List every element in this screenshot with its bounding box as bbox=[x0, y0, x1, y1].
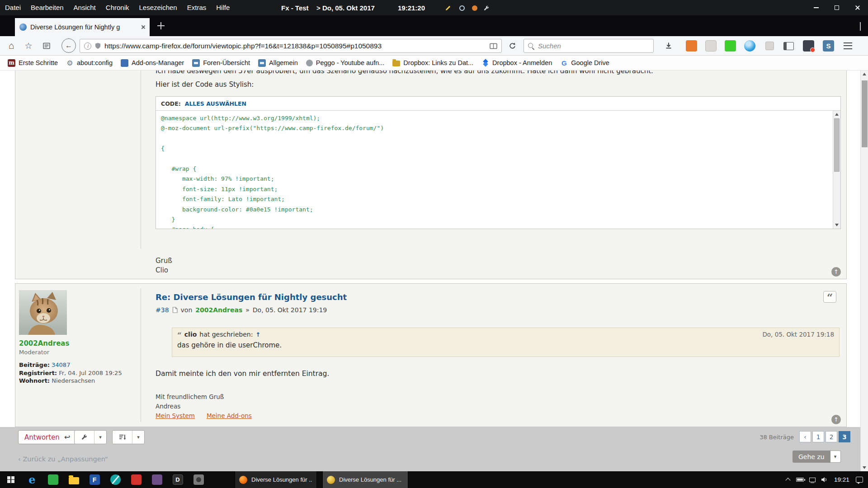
menu-hilfe[interactable]: Hilfe bbox=[211, 0, 235, 15]
menu-bearbeiten[interactable]: Bearbeiten bbox=[26, 0, 69, 15]
volume-button[interactable] bbox=[818, 471, 830, 488]
sidebar-button[interactable] bbox=[783, 40, 795, 52]
addon-orange-button[interactable] bbox=[685, 40, 698, 52]
post-number-link[interactable]: #38 bbox=[156, 306, 169, 314]
url-bar[interactable]: https://www.camp-firefox.de/forum/viewto… bbox=[80, 39, 502, 53]
sort-icon[interactable] bbox=[113, 431, 132, 444]
tab-overflow-button[interactable] bbox=[860, 22, 861, 30]
wrench-icon[interactable] bbox=[75, 431, 94, 444]
teal-app-button[interactable] bbox=[105, 471, 126, 488]
reply-button[interactable]: Antworten bbox=[18, 430, 76, 444]
addon-blue-button[interactable] bbox=[744, 40, 756, 52]
menu-chronik[interactable]: Chronik bbox=[101, 0, 134, 15]
network-button[interactable] bbox=[806, 471, 818, 488]
select-all-link[interactable]: ALLES AUSWÄHLEN bbox=[185, 100, 246, 107]
pagination-page-3-active[interactable]: 3 bbox=[839, 431, 850, 442]
scrollbar-thumb[interactable] bbox=[862, 80, 868, 147]
bookmark-peggo[interactable]: Peggo - Youtube aufn... bbox=[302, 56, 389, 69]
search-bar[interactable] bbox=[524, 39, 654, 53]
downloads-button[interactable] bbox=[661, 36, 676, 55]
topic-tools-button[interactable] bbox=[74, 430, 107, 444]
back-button[interactable]: ← bbox=[61, 38, 76, 53]
scroll-up-icon[interactable] bbox=[863, 73, 866, 75]
bookmark-foren-uebersicht[interactable]: Foren-Übersicht bbox=[188, 56, 254, 69]
green-app-button[interactable] bbox=[42, 471, 63, 488]
addon-green-button[interactable] bbox=[724, 40, 736, 52]
new-tab-button[interactable] bbox=[157, 22, 165, 30]
addon-s-button[interactable] bbox=[822, 40, 835, 52]
addon-small-button[interactable] bbox=[764, 40, 776, 52]
identity-info-icon[interactable] bbox=[84, 42, 91, 50]
page-scrollbar[interactable] bbox=[860, 70, 868, 471]
bookmark-google-drive[interactable]: Google Drive bbox=[556, 56, 613, 69]
red-app-button[interactable] bbox=[126, 471, 146, 488]
goto-caret-icon[interactable] bbox=[830, 450, 841, 463]
reading-list-button[interactable] bbox=[39, 36, 54, 55]
d-app-button[interactable] bbox=[167, 471, 188, 488]
home-button[interactable]: ⌂ bbox=[4, 36, 19, 55]
pagination-page-2[interactable]: 2 bbox=[826, 431, 837, 442]
search-input[interactable] bbox=[538, 42, 649, 50]
caret-icon[interactable] bbox=[94, 431, 106, 444]
posts-count-link[interactable]: 34087 bbox=[52, 361, 70, 368]
reload-button[interactable] bbox=[505, 36, 520, 55]
f-app-button[interactable] bbox=[84, 471, 105, 488]
code-scrollbar[interactable] bbox=[833, 111, 840, 229]
orange-dot-icon[interactable] bbox=[471, 5, 478, 11]
minimize-button[interactable] bbox=[806, 0, 826, 15]
pagination-prev-button[interactable]: ‹ bbox=[799, 431, 811, 442]
back-to-top-icon[interactable] bbox=[831, 415, 841, 424]
tab-diverse-loesungen[interactable]: Diverse Lösungen für Nightly g bbox=[15, 18, 150, 36]
meine-addons-link[interactable]: Meine Add-ons bbox=[207, 412, 252, 419]
bookmark-erste-schritte[interactable]: Erste Schritte bbox=[4, 56, 62, 69]
reader-mode-icon[interactable] bbox=[490, 43, 497, 49]
quote-button[interactable] bbox=[823, 291, 836, 303]
back-to-forum-link[interactable]: ‹ Zurück zu „Anpassungen“ bbox=[18, 455, 108, 463]
bookmark-dropbox-anmelden[interactable]: Dropbox - Anmelden bbox=[477, 56, 556, 69]
goto-button[interactable]: Gehe zu bbox=[793, 450, 830, 463]
addon-dark-button[interactable] bbox=[802, 40, 815, 52]
avatar[interactable] bbox=[19, 290, 67, 335]
menu-lesezeichen[interactable]: Lesezeichen bbox=[134, 0, 182, 15]
start-button[interactable] bbox=[0, 471, 22, 488]
post-author-link[interactable]: 2002Andreas bbox=[195, 306, 242, 314]
ring-icon[interactable] bbox=[458, 5, 465, 11]
bookmark-dropbox-links[interactable]: Dropbox: Links zu Dat... bbox=[388, 56, 477, 69]
wrench-icon[interactable] bbox=[483, 5, 490, 11]
explorer-button[interactable] bbox=[63, 471, 84, 488]
url-text[interactable]: https://www.camp-firefox.de/forum/viewto… bbox=[104, 42, 486, 50]
shield-icon[interactable] bbox=[95, 42, 101, 49]
edge-button[interactable] bbox=[22, 471, 42, 488]
menu-ansicht[interactable]: Ansicht bbox=[69, 0, 101, 15]
bookmark-about-config[interactable]: about:config bbox=[62, 56, 117, 69]
bookmark-star-button[interactable]: ☆ bbox=[21, 36, 36, 55]
battery-button[interactable] bbox=[794, 471, 806, 488]
scrollbar-thumb[interactable] bbox=[834, 118, 840, 172]
pagination-page-1[interactable]: 1 bbox=[812, 431, 824, 442]
scroll-up-icon[interactable] bbox=[835, 113, 839, 116]
menu-datei[interactable]: Datei bbox=[0, 0, 26, 15]
bookmark-addons-manager[interactable]: Add-ons-Manager bbox=[117, 56, 188, 69]
mein-system-link[interactable]: Mein System bbox=[156, 412, 195, 419]
bookmark-allgemein[interactable]: Allgemein bbox=[254, 56, 302, 69]
notification-button[interactable] bbox=[853, 471, 865, 488]
scroll-down-icon[interactable] bbox=[863, 466, 866, 469]
pencil-icon[interactable] bbox=[445, 5, 452, 11]
username-link[interactable]: 2002Andreas bbox=[19, 339, 69, 347]
camera-app-button[interactable] bbox=[188, 471, 209, 488]
menu-icon[interactable] bbox=[844, 42, 852, 49]
post-title-link[interactable]: Re: Diverse Lösungen für Nightly gesucht bbox=[156, 292, 347, 302]
taskbar-window-2-active[interactable]: Diverse Lösungen für ... bbox=[322, 471, 408, 488]
addon-pale-button[interactable] bbox=[705, 40, 717, 52]
tray-clock[interactable]: 19:21 bbox=[830, 476, 853, 483]
menu-extras[interactable]: Extras bbox=[182, 0, 212, 15]
purple-app-button[interactable] bbox=[146, 471, 167, 488]
page-icon[interactable] bbox=[172, 307, 178, 313]
tab-close-icon[interactable] bbox=[141, 25, 145, 29]
scroll-down-icon[interactable] bbox=[835, 224, 839, 226]
maximize-button[interactable] bbox=[826, 0, 847, 15]
back-to-top-icon[interactable] bbox=[831, 267, 841, 277]
close-button[interactable] bbox=[847, 0, 868, 15]
sort-button[interactable] bbox=[112, 430, 145, 444]
taskbar-window-1[interactable]: Diverse Lösungen für ... bbox=[235, 471, 317, 488]
